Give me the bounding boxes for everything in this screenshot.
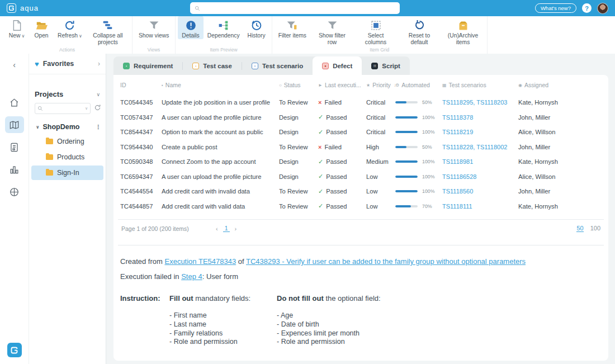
search-icon xyxy=(195,3,200,13)
whats-new-button[interactable]: What's new? xyxy=(535,3,576,13)
folder-icon xyxy=(46,170,53,176)
chevron-down-icon: ∨ xyxy=(21,34,25,39)
help-button[interactable]: ? xyxy=(582,3,592,13)
folder-icon xyxy=(46,154,53,160)
tree-folder-sign-in[interactable]: Sign-In xyxy=(31,166,103,180)
tab-test-case[interactable]: • Test case xyxy=(183,56,242,75)
projects-header[interactable]: Projects ∨ xyxy=(29,90,106,98)
nav-home-icon[interactable] xyxy=(5,94,24,111)
search-icon xyxy=(37,103,43,114)
test-scenario-link[interactable]: TS1118219 xyxy=(442,129,473,135)
global-search[interactable] xyxy=(190,2,400,14)
toolbar-group-label: Item Preview xyxy=(178,47,269,54)
favorites-row[interactable]: ♥ Favorites › xyxy=(29,54,106,74)
test-scenario-link[interactable]: TS1118111 xyxy=(442,203,472,210)
list-item: - Age xyxy=(277,311,381,320)
step-link[interactable]: Step 4 xyxy=(181,272,202,281)
table-row[interactable]: TC4544857 Add credit card with valid dat… xyxy=(118,199,604,214)
failed-step-line: Execution failed in Step 4: User form xyxy=(120,272,602,282)
table-row[interactable]: TC0574347 A user can upload the profile … xyxy=(118,110,604,125)
star-icon: ★ xyxy=(366,83,370,88)
table-row[interactable]: TC6594347 A user can upload the profile … xyxy=(118,169,604,185)
column-header-status[interactable]: ○Status xyxy=(279,82,318,88)
test-scenario-link[interactable]: TS1118560 xyxy=(442,188,473,195)
progress-bar xyxy=(395,190,418,192)
unarchive-items-button[interactable]: (Un)Archive items xyxy=(441,16,485,45)
column-header-name[interactable]: ▪Name xyxy=(162,82,279,88)
toolbar-group-views: Show views Views xyxy=(133,16,176,54)
next-page-icon[interactable]: › xyxy=(233,225,239,232)
column-header-id[interactable]: ID xyxy=(120,82,162,88)
table-row[interactable]: TC9544340 Create a public post To Review… xyxy=(118,140,604,155)
page-size-50[interactable]: 50 xyxy=(576,225,583,232)
nav-analytics-icon[interactable] xyxy=(5,161,24,178)
result-icon: × xyxy=(318,144,321,150)
new-file-icon xyxy=(11,19,23,31)
tab-defect[interactable]: ● Defect xyxy=(313,56,362,75)
global-search-input[interactable] xyxy=(204,5,395,12)
tree-folder-products[interactable]: Products xyxy=(31,150,103,164)
project-panel: ♥ Favorites › Projects ∨ ∨ xyxy=(29,54,106,364)
toolbar-group-label: Views xyxy=(135,47,173,54)
reset-to-default-button[interactable]: Reset to default xyxy=(398,16,441,45)
test-scenario-link[interactable]: TS1118981 xyxy=(442,158,473,165)
column-header-last-execution[interactable]: ►Last executi... xyxy=(318,82,366,88)
table-row[interactable]: TC8544347 Option to mark the account as … xyxy=(118,125,604,140)
open-folder-icon xyxy=(36,19,48,31)
chevron-down-icon: ∨ xyxy=(85,106,88,111)
tree-folder-ordering[interactable]: Ordering xyxy=(31,134,103,149)
page-size-100[interactable]: 100 xyxy=(590,225,600,232)
column-header-assigned[interactable]: ◉Assigned xyxy=(518,82,602,88)
column-header-priority[interactable]: ★Priority↓ xyxy=(366,82,395,88)
column-header-test-scenarios[interactable]: ▦Test scenarios xyxy=(442,82,518,88)
filter-items-button[interactable]: Filter items xyxy=(275,16,310,39)
current-page[interactable]: 1 xyxy=(223,225,230,232)
dependency-button[interactable]: Dependency xyxy=(204,16,244,39)
tab-requirement[interactable]: • Requirement xyxy=(113,56,182,75)
gear-icon: ⚙ xyxy=(395,83,399,88)
tree-project-shopdemo[interactable]: ∨ ShopDemo ⋮ xyxy=(29,121,106,133)
list-item: - Last name xyxy=(169,320,277,329)
test-scenario-link[interactable]: TS1118228, TS1118002 xyxy=(442,144,507,150)
show-filter-row-button[interactable]: Show filter row xyxy=(310,16,354,45)
test-scenario-link[interactable]: TS1118295, TS1118203 xyxy=(442,99,507,106)
details-button[interactable]: Details xyxy=(178,16,203,39)
test-scenario-icon: ▪ xyxy=(252,63,258,69)
collapse-sidebar-icon[interactable]: ‹ xyxy=(8,59,20,70)
nav-integrations-icon[interactable] xyxy=(5,183,24,200)
grid-icon: ▦ xyxy=(442,83,447,88)
collapse-all-projects-button[interactable]: Collapse all projects xyxy=(86,16,130,45)
table-row[interactable]: TC0590348 Connect Zoom to the app accoun… xyxy=(118,154,604,169)
progress-bar xyxy=(395,101,418,103)
show-views-button[interactable]: Show views xyxy=(135,16,173,39)
history-button[interactable]: History xyxy=(244,16,269,39)
execution-link[interactable]: Execution TE5478343 xyxy=(164,257,236,266)
table-body: TC0544345 Update the job position in a u… xyxy=(118,95,604,214)
person-icon: ◉ xyxy=(518,83,522,88)
nav-reports-icon[interactable] xyxy=(5,139,24,155)
test-case-link[interactable]: TC438293 - Verify if user can be added t… xyxy=(246,257,526,266)
tab-script[interactable]: ∷ Script xyxy=(362,56,410,75)
table-row[interactable]: TC0544345 Update the job position in a u… xyxy=(118,95,604,110)
project-search[interactable]: ∨ xyxy=(35,103,91,114)
nav-projects-map-icon[interactable] xyxy=(5,116,24,133)
list-item: - Role and permission xyxy=(277,338,381,347)
refresh-tree-icon[interactable] xyxy=(94,103,101,114)
test-scenario-link[interactable]: TS1118378 xyxy=(442,114,473,121)
select-columns-button[interactable]: Select columns xyxy=(354,16,398,45)
reset-icon xyxy=(414,19,425,31)
test-scenario-link[interactable]: TS11186528 xyxy=(442,173,476,180)
column-header-automated[interactable]: ⚙Automated xyxy=(395,82,442,88)
refresh-button[interactable]: Refresh∨ xyxy=(54,16,86,40)
project-search-input[interactable] xyxy=(45,106,77,112)
projects-label: Projects xyxy=(35,90,96,98)
user-avatar[interactable] xyxy=(597,3,608,14)
list-item: - Date of birth xyxy=(277,320,381,329)
tab-test-scenario[interactable]: ▪ Test scenario xyxy=(242,56,313,75)
kebab-menu-icon[interactable]: ⋮ xyxy=(95,124,101,131)
open-button[interactable]: Open xyxy=(29,16,54,39)
table-row[interactable]: TC4544554 Add credit card with invalid d… xyxy=(118,184,604,199)
prev-page-icon[interactable]: ‹ xyxy=(214,225,220,232)
toolbar-group-actions: New∨ Open Refresh∨ xyxy=(2,16,133,54)
new-button[interactable]: New∨ xyxy=(4,16,29,40)
